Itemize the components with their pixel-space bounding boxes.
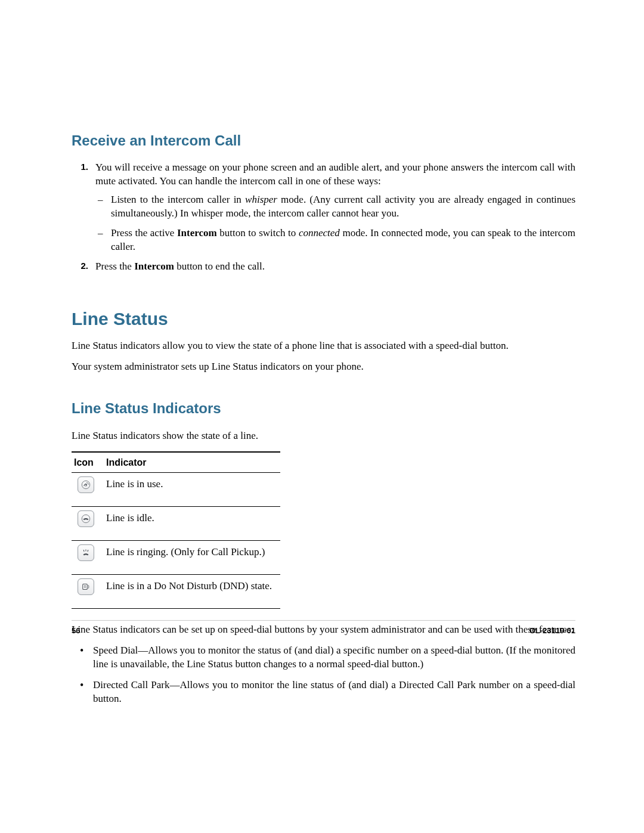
text-fragment: Press the xyxy=(95,261,134,272)
table-row: Line is idle. xyxy=(72,507,280,541)
table-head-indicator: Indicator xyxy=(104,452,280,473)
step-1-sublist: Listen to the intercom caller in whisper… xyxy=(95,193,575,254)
document-page: Receive an Intercom Call 1. You will rec… xyxy=(0,0,644,833)
svg-point-0 xyxy=(82,481,90,490)
step-1-text: You will receive a message on your phone… xyxy=(95,162,575,187)
intercom-steps-list: 1. You will receive a message on your ph… xyxy=(72,161,575,274)
line-dnd-icon xyxy=(78,578,94,595)
doc-id: OL-23119-01 xyxy=(530,625,575,636)
indicator-table: Icon Indicator Line is in use. xyxy=(72,451,280,609)
indicator-text: Line is in use. xyxy=(104,473,280,507)
step-2: 2. Press the Intercom button to end the … xyxy=(93,260,575,274)
intercom-word: Intercom xyxy=(177,227,217,239)
whisper-word: whisper xyxy=(245,194,277,205)
indicator-text: Line is ringing. (Only for Call Pickup.) xyxy=(104,541,280,575)
table-row: Line is in a Do Not Disturb (DND) state. xyxy=(72,575,280,609)
heading-receive-intercom: Receive an Intercom Call xyxy=(72,131,575,150)
svg-rect-2 xyxy=(83,584,88,590)
intercom-word: Intercom xyxy=(134,261,174,272)
step-1-sub-a: Listen to the intercom caller in whisper… xyxy=(111,193,575,221)
list-item: Speed Dial—Allows you to monitor the sta… xyxy=(93,644,575,671)
line-in-use-icon xyxy=(78,476,94,493)
step-number: 1. xyxy=(72,161,88,173)
step-number: 2. xyxy=(72,260,88,272)
list-item: Directed Call Park—Allows you to monitor… xyxy=(93,679,575,706)
line-idle-icon xyxy=(78,510,94,527)
line-status-p2: Your system administrator sets up Line S… xyxy=(72,360,575,374)
page-number: 56 xyxy=(72,625,80,636)
text-fragment: button to end the call. xyxy=(174,261,265,272)
indicators-intro: Line Status indicators show the state of… xyxy=(72,429,575,443)
text-fragment: button to switch to xyxy=(217,227,299,239)
step-1-sub-b: Press the active Intercom button to swit… xyxy=(111,227,575,254)
text-fragment: Press the active xyxy=(111,227,177,239)
line-ringing-icon xyxy=(78,544,94,561)
indicator-text: Line is in a Do Not Disturb (DND) state. xyxy=(104,575,280,609)
table-head-icon: Icon xyxy=(72,452,104,473)
connected-word: connected xyxy=(299,227,340,239)
step-1: 1. You will receive a message on your ph… xyxy=(93,161,575,254)
features-list: Speed Dial—Allows you to monitor the sta… xyxy=(72,644,575,706)
text-fragment: Listen to the intercom caller in xyxy=(111,194,245,205)
heading-line-status: Line Status xyxy=(72,307,575,332)
indicator-text: Line is idle. xyxy=(104,507,280,541)
line-status-p1: Line Status indicators allow you to view… xyxy=(72,339,575,353)
table-row: Line is ringing. (Only for Call Pickup.) xyxy=(72,541,280,575)
table-row: Line is in use. xyxy=(72,473,280,507)
page-footer: 56 OL-23119-01 xyxy=(72,620,575,636)
heading-line-status-indicators: Line Status Indicators xyxy=(72,399,575,418)
